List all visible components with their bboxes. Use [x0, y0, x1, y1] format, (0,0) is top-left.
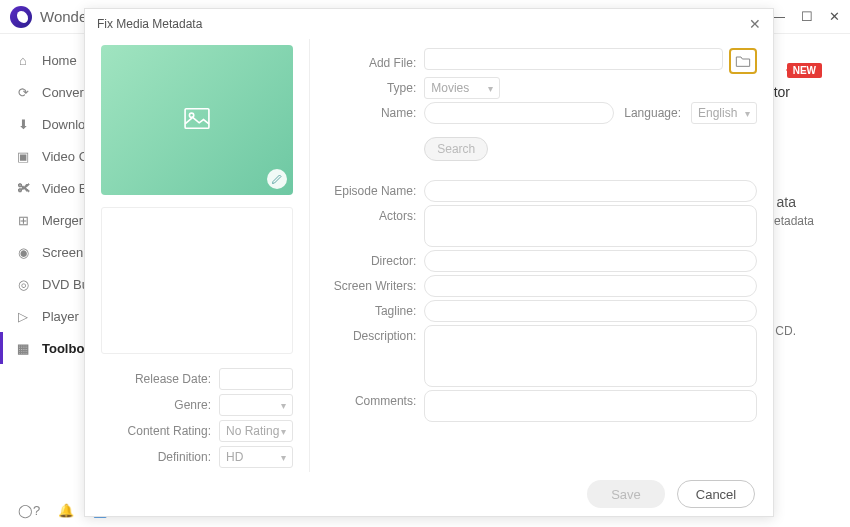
description-input[interactable] — [424, 325, 757, 387]
grid-icon: ▦ — [14, 339, 32, 357]
dialog-title: Fix Media Metadata — [97, 17, 202, 31]
app-logo-icon — [10, 6, 32, 28]
fix-metadata-dialog: Fix Media Metadata ✕ Release Date: Genre… — [84, 8, 774, 517]
download-icon: ⬇ — [14, 115, 32, 133]
search-button[interactable]: Search — [424, 137, 488, 161]
definition-label: Definition: — [101, 450, 211, 464]
language-label: Language: — [624, 106, 681, 120]
maximize-button[interactable]: ☐ — [801, 9, 813, 24]
director-input[interactable] — [424, 250, 757, 272]
merger-icon: ⊞ — [14, 211, 32, 229]
save-button[interactable]: Save — [587, 480, 665, 508]
content-rating-label: Content Rating: — [101, 424, 211, 438]
writers-label: Screen Writers: — [316, 275, 416, 293]
description-label: Description: — [316, 325, 416, 343]
sidebar-item-label: Merger — [42, 213, 83, 228]
play-icon: ▷ — [14, 307, 32, 325]
language-select[interactable]: English▾ — [691, 102, 757, 124]
director-label: Director: — [316, 250, 416, 268]
scissors-icon: ✀ — [14, 179, 32, 197]
new-badge: NEW — [787, 63, 822, 78]
comments-input[interactable] — [424, 390, 757, 422]
bg-text: etadata — [774, 214, 814, 228]
tagline-input[interactable] — [424, 300, 757, 322]
content-rating-select[interactable]: No Rating▾ — [219, 420, 293, 442]
sidebar-item-label: Player — [42, 309, 79, 324]
release-date-label: Release Date: — [101, 372, 211, 386]
help-icon[interactable]: ◯? — [18, 503, 40, 518]
svg-rect-0 — [185, 109, 209, 129]
tagline-label: Tagline: — [316, 300, 416, 318]
release-date-input[interactable] — [219, 368, 293, 390]
bell-icon[interactable]: 🔔 — [58, 503, 74, 518]
comments-label: Comments: — [316, 390, 416, 408]
bg-text: ata — [777, 194, 796, 210]
episode-label: Episode Name: — [316, 180, 416, 198]
episode-input[interactable] — [424, 180, 757, 202]
compress-icon: ▣ — [14, 147, 32, 165]
cancel-button[interactable]: Cancel — [677, 480, 755, 508]
writers-input[interactable] — [424, 275, 757, 297]
add-file-label: Add File: — [316, 52, 416, 70]
browse-file-button[interactable] — [729, 48, 757, 74]
home-icon: ⌂ — [14, 51, 32, 69]
record-icon: ◉ — [14, 243, 32, 261]
add-file-input[interactable] — [424, 48, 723, 70]
disc-icon: ◎ — [14, 275, 32, 293]
dialog-close-button[interactable]: ✕ — [749, 16, 761, 32]
sidebar-item-label: Home — [42, 53, 77, 68]
image-placeholder-icon — [184, 108, 210, 133]
genre-select[interactable]: ▾ — [219, 394, 293, 416]
edit-thumbnail-button[interactable] — [267, 169, 287, 189]
convert-icon: ⟳ — [14, 83, 32, 101]
bg-text: CD. — [775, 324, 796, 338]
media-thumbnail — [101, 45, 293, 195]
actors-input[interactable] — [424, 205, 757, 247]
bg-text: tor — [774, 84, 790, 100]
type-label: Type: — [316, 77, 416, 95]
actors-label: Actors: — [316, 205, 416, 223]
name-label: Name: — [316, 102, 416, 120]
media-list[interactable] — [101, 207, 293, 354]
definition-select[interactable]: HD▾ — [219, 446, 293, 468]
name-input[interactable] — [424, 102, 614, 124]
genre-label: Genre: — [101, 398, 211, 412]
window-close-button[interactable]: ✕ — [829, 9, 840, 24]
type-select[interactable]: Movies▾ — [424, 77, 500, 99]
